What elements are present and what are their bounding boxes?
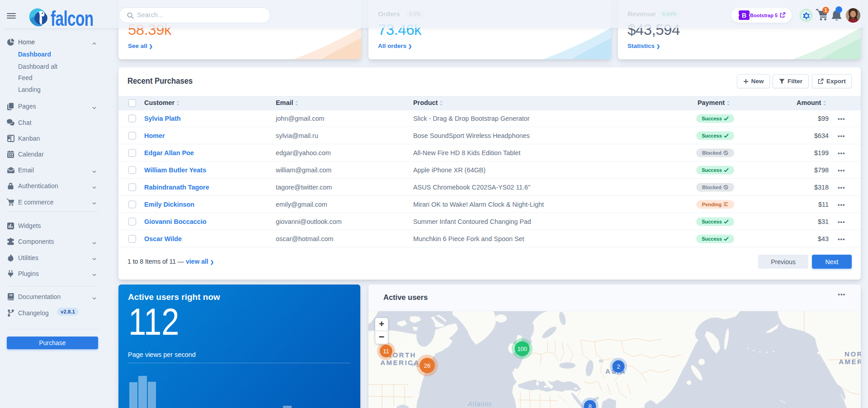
svg-text:NORTH: NORTH bbox=[844, 350, 861, 358]
svg-text:AMERICA: AMERICA bbox=[839, 358, 861, 365]
svg-text:B: B bbox=[742, 12, 746, 19]
svg-text:11: 11 bbox=[383, 348, 389, 355]
svg-text:100: 100 bbox=[517, 346, 527, 352]
svg-text:2: 2 bbox=[617, 363, 620, 370]
svg-text:Atlantic: Atlantic bbox=[467, 400, 492, 408]
svg-text:26: 26 bbox=[424, 362, 430, 369]
svg-text:8: 8 bbox=[588, 403, 591, 408]
